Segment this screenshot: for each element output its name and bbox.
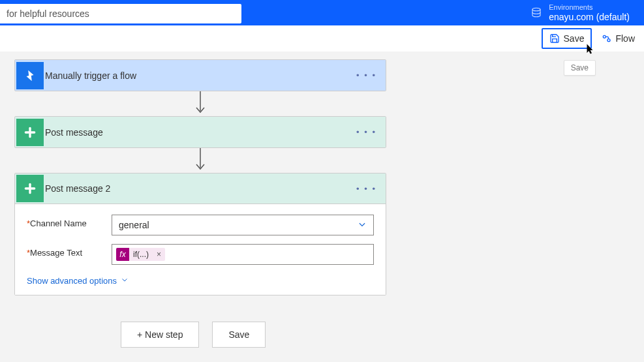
trigger-title: Manually trigger a flow	[45, 70, 347, 81]
action-card-2: Post message 2 • • • *Channel Name gener…	[14, 173, 386, 295]
environment-icon	[530, 7, 542, 18]
svg-rect-7	[30, 131, 35, 133]
environment-name: enayu.com (default)	[549, 12, 630, 23]
environment-text: Environments enayu.com (default)	[549, 3, 630, 23]
save-flow-button[interactable]: Save	[212, 322, 266, 348]
flow-canvas: Manually trigger a flow • • • Post messa…	[0, 52, 644, 348]
search-placeholder-text: for helpful resources	[7, 8, 89, 19]
action1-title: Post message	[45, 127, 347, 138]
bottom-buttons: + New step Save	[121, 322, 644, 348]
action-card-1[interactable]: Post message • • •	[14, 116, 386, 148]
save-button-label: Save	[564, 33, 585, 44]
action1-menu-button[interactable]: • • •	[347, 127, 386, 137]
channel-name-value: general	[119, 220, 149, 230]
message-text-label: *Message Text	[27, 244, 112, 258]
svg-point-2	[607, 39, 610, 42]
action2-header[interactable]: Post message 2 • • •	[15, 173, 386, 204]
expression-text: if(...)	[129, 250, 153, 259]
svg-point-1	[604, 35, 606, 38]
show-advanced-options[interactable]: Show advanced options	[27, 276, 129, 286]
flow-checker-label: Flow	[615, 33, 635, 44]
flow-checker-icon	[601, 33, 611, 44]
expression-token[interactable]: fx if(...) ×	[116, 248, 165, 261]
svg-point-0	[532, 8, 540, 12]
top-bar: for helpful resources Environments enayu…	[0, 0, 644, 25]
channel-name-label: *Channel Name	[27, 215, 112, 228]
trigger-menu-button[interactable]: • • •	[347, 70, 386, 80]
remove-token-icon[interactable]: ×	[153, 250, 165, 259]
arrow-connector	[14, 148, 386, 173]
message-text-input[interactable]: fx if(...) ×	[112, 244, 374, 265]
slack-icon	[16, 175, 44, 202]
trigger-icon	[16, 62, 44, 89]
svg-rect-12	[30, 187, 35, 189]
flow-checker-button[interactable]: Flow	[594, 29, 641, 48]
advanced-options-label: Show advanced options	[27, 276, 117, 286]
environment-label: Environments	[549, 3, 630, 12]
action2-menu-button[interactable]: • • •	[347, 184, 386, 194]
search-input[interactable]: for helpful resources	[0, 4, 241, 23]
save-button[interactable]: Save	[542, 28, 592, 49]
trigger-card[interactable]: Manually trigger a flow • • •	[14, 59, 386, 91]
arrow-connector	[14, 91, 386, 116]
chevron-down-icon	[358, 220, 367, 231]
environment-picker[interactable]: Environments enayu.com (default)	[530, 3, 644, 23]
save-icon	[549, 33, 560, 44]
action2-title: Post message 2	[45, 183, 347, 194]
fx-icon: fx	[116, 248, 129, 261]
command-bar: Save Flow	[0, 25, 644, 52]
new-step-button[interactable]: + New step	[121, 322, 199, 348]
channel-name-select[interactable]: general	[112, 215, 374, 235]
slack-icon	[16, 119, 44, 146]
chevron-down-icon	[121, 276, 129, 286]
